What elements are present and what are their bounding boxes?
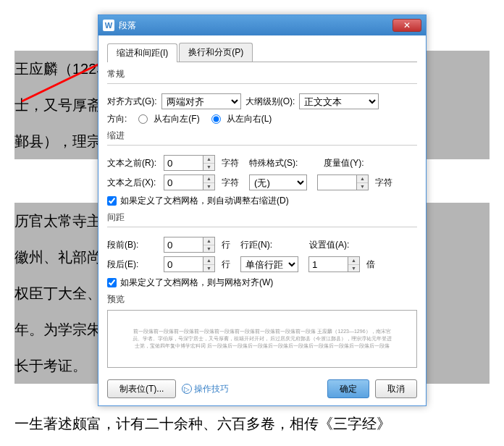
indent-before-spinner[interactable]: ▲▼	[164, 155, 215, 171]
alignment-select[interactable]: 两端对齐	[161, 93, 241, 109]
snap-to-grid-label: 如果定义了文档网格，则与网格对齐(W)	[120, 277, 273, 289]
space-after-spinner[interactable]: ▲▼	[164, 256, 215, 272]
app-logo-icon: W	[103, 20, 114, 31]
space-after-label: 段后(E):	[107, 258, 159, 271]
group-label-indent: 缩进	[107, 130, 417, 142]
tab-indent-spacing[interactable]: 缩进和间距(I)	[107, 43, 177, 62]
unit-char: 字符	[222, 157, 239, 169]
set-value-spinner[interactable]: ▲▼	[308, 256, 360, 272]
group-label-general: 常规	[107, 68, 417, 80]
indent-after-spinner[interactable]: ▲▼	[164, 174, 215, 190]
spin-up-icon[interactable]: ▲	[348, 257, 359, 265]
preview-pane: 前一段落前一段落前一段落前一段落前一段落前一段落前一段落前一段落前一段落 王应麟…	[107, 310, 417, 368]
outline-level-select[interactable]: 正文文本	[299, 93, 379, 109]
auto-adjust-indent-checkbox[interactable]	[107, 196, 117, 206]
line-spacing-label: 行距(N):	[240, 239, 272, 251]
tab-bar: 缩进和间距(I) 换行和分页(P)	[107, 43, 417, 62]
dialog-titlebar[interactable]: W 段落 ✕	[98, 15, 426, 35]
set-value-label: 设置值(A):	[309, 239, 349, 251]
indent-after-label: 文本之后(X):	[107, 177, 159, 189]
spin-down-icon[interactable]: ▼	[203, 164, 214, 171]
group-label-preview: 预览	[107, 293, 417, 306]
unit-times: 倍	[366, 258, 375, 271]
unit-line: 行	[222, 239, 230, 251]
tips-link[interactable]: ▷ 操作技巧	[182, 383, 229, 395]
special-format-label: 特殊格式(S):	[249, 157, 298, 169]
space-before-spinner[interactable]: ▲▼	[164, 237, 215, 253]
direction-rtl-label: 从右向左(F)	[154, 113, 199, 125]
metric-label: 度量值(Y):	[324, 157, 364, 169]
metric-spinner[interactable]: ▲▼	[317, 174, 369, 190]
preview-text: 前一段落前一段落前一段落前一段落前一段落前一段落前一段落前一段落前一段落 王应麟…	[131, 328, 393, 350]
snap-to-grid-checkbox[interactable]	[107, 278, 117, 287]
tab-line-page-breaks[interactable]: 换行和分页(P)	[179, 43, 253, 62]
auto-adjust-indent-label: 如果定义了文档网格，则自动调整右缩进(D)	[120, 195, 289, 207]
unit-line: 行	[222, 258, 230, 271]
unit-char: 字符	[375, 177, 392, 189]
spin-down-icon[interactable]: ▼	[203, 183, 214, 190]
group-label-spacing: 间距	[107, 211, 417, 224]
spin-up-icon[interactable]: ▲	[203, 175, 214, 183]
cancel-button[interactable]: 取消	[375, 379, 417, 398]
alignment-label: 对齐方式(G):	[107, 96, 157, 108]
line-spacing-select[interactable]: 单倍行距	[240, 256, 298, 272]
unit-char: 字符	[222, 177, 239, 189]
indent-before-label: 文本之前(R):	[107, 157, 159, 169]
spin-up-icon[interactable]: ▲	[357, 175, 368, 183]
tabstops-button[interactable]: 制表位(T)...	[107, 379, 176, 398]
close-button[interactable]: ✕	[392, 19, 421, 32]
help-icon: ▷	[182, 384, 192, 394]
direction-ltr-label: 从左向右(L)	[227, 113, 272, 125]
direction-label: 方向:	[107, 113, 127, 125]
outline-level-label: 大纲级别(O):	[245, 96, 295, 108]
spin-down-icon[interactable]: ▼	[348, 265, 359, 272]
special-format-select[interactable]: (无)	[249, 174, 307, 190]
spin-down-icon[interactable]: ▼	[203, 265, 214, 272]
dialog-title: 段落	[119, 20, 392, 32]
spin-up-icon[interactable]: ▲	[203, 156, 214, 164]
spin-down-icon[interactable]: ▼	[203, 245, 214, 253]
space-before-label: 段前(B):	[107, 239, 159, 251]
paragraph-dialog: W 段落 ✕ 缩进和间距(I) 换行和分页(P) 常规 对齐方式(G): 两端对…	[98, 14, 427, 406]
direction-rtl-radio[interactable]	[138, 114, 148, 124]
direction-ltr-radio[interactable]	[211, 114, 221, 124]
spin-up-icon[interactable]: ▲	[203, 237, 214, 245]
ok-button[interactable]: 确定	[327, 379, 369, 398]
spin-up-icon[interactable]: ▲	[203, 257, 214, 265]
spin-down-icon[interactable]: ▼	[357, 183, 368, 190]
doc-line: 一生著述颇富，计有二十余种、六百多卷，相传《三字经》	[14, 405, 490, 442]
